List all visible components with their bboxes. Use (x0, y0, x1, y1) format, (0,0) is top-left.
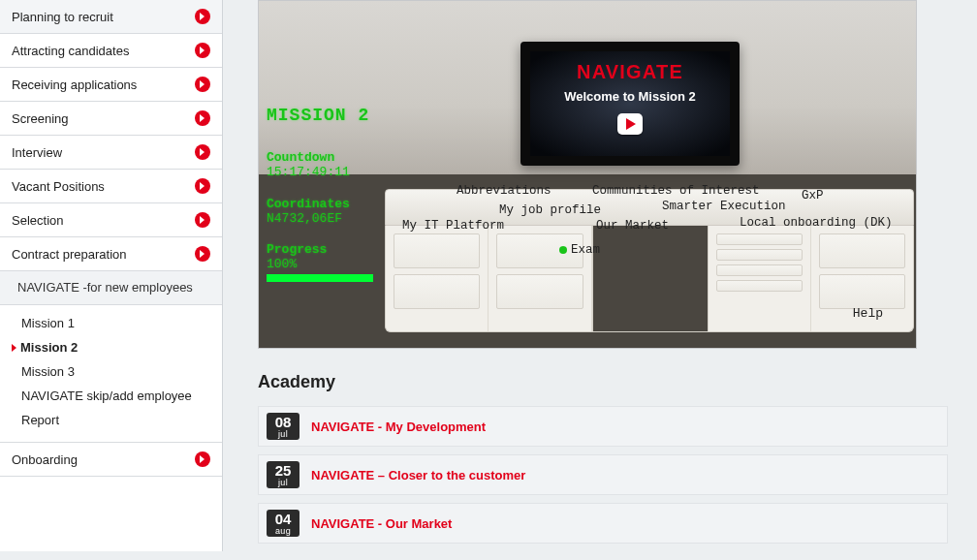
sidebar-sub-mission-3[interactable]: Mission 3 (0, 359, 222, 384)
date-badge: 04 aug (267, 510, 299, 537)
academy-item[interactable]: 08 jul NAVIGATE - My Development (258, 406, 948, 447)
sidebar-sub-navigate-skip-add[interactable]: NAVIGATE skip/add employee (0, 384, 222, 408)
exam-label: Exam (571, 243, 600, 257)
sidebar-sub-label: Mission 3 (21, 364, 75, 379)
sidebar-sub-list: Mission 1 Mission 2 Mission 3 NAVIGATE s… (0, 305, 222, 443)
date-day: 08 (267, 415, 299, 429)
sidebar-item-label: Vacant Positions (12, 179, 105, 194)
sidebar-sub-label: Mission 2 (20, 340, 78, 355)
sidebar-item-interview[interactable]: Interview (0, 136, 222, 170)
sidebar-item-label: Contract preparation (12, 247, 127, 262)
sidebar-item-label: Screening (12, 111, 69, 126)
academy-heading: Academy (258, 372, 948, 392)
countdown-label: Countdown (267, 151, 373, 166)
arrow-right-icon (195, 451, 210, 467)
sidebar-item-vacant-positions[interactable]: Vacant Positions (0, 170, 222, 203)
scene-link-gxp[interactable]: GxP (802, 189, 824, 202)
sidebar-sub-label: NAVIGATE skip/add employee (21, 389, 192, 403)
mission-tv: NAVIGATE Welcome to Mission 2 (520, 42, 740, 166)
sidebar-item-receiving-applications[interactable]: Receiving applications (0, 68, 222, 102)
sidebar-subsection-navigate[interactable]: NAVIGATE -for new employees (0, 271, 222, 305)
arrow-right-icon (195, 77, 210, 92)
arrow-right-icon (195, 110, 210, 126)
sidebar-item-label: Interview (12, 145, 62, 160)
academy-item[interactable]: 25 jul NAVIGATE – Closer to the customer (258, 454, 948, 495)
sidebar-sub-label: Mission 1 (21, 316, 75, 330)
coordinates-label: Coordinates (267, 198, 373, 212)
sidebar-item-planning-to-recruit[interactable]: Planning to recruit (0, 0, 222, 34)
academy-item-title[interactable]: NAVIGATE – Closer to the customer (311, 468, 525, 482)
sidebar-item-selection[interactable]: Selection (0, 203, 222, 237)
mission-hud: MISSION 2 Countdown 15:17:49:11 Coordina… (267, 106, 373, 299)
arrow-right-icon (195, 246, 210, 262)
sidebar-item-label: Onboarding (12, 452, 78, 467)
arrow-right-icon (195, 178, 210, 194)
sidebar-item-label: Planning to recruit (12, 10, 113, 24)
desk-graphic (385, 189, 914, 334)
coordinates-value: N4732,06EF (267, 212, 373, 227)
sidebar-item-contract-preparation[interactable]: Contract preparation (0, 237, 222, 271)
sidebar-sub-mission-2[interactable]: Mission 2 (0, 335, 222, 359)
date-day: 04 (267, 512, 299, 526)
sidebar-item-label: Attracting candidates (12, 44, 129, 58)
scene-link-my-job-profile[interactable]: My job profile (499, 203, 601, 217)
sidebar-sub-label: Report (21, 413, 59, 427)
arrow-right-icon (195, 9, 210, 24)
scene-link-help[interactable]: Help (853, 306, 883, 321)
sidebar-sub-report[interactable]: Report (0, 408, 222, 432)
academy-item-title[interactable]: NAVIGATE - Our Market (311, 516, 452, 531)
sidebar: Planning to recruit Attracting candidate… (0, 0, 223, 551)
sidebar-subsection-label: NAVIGATE -for new employees (17, 280, 193, 295)
date-day: 25 (267, 463, 299, 478)
scene-link-abbreviations[interactable]: Abbreviations (457, 184, 552, 198)
scene-link-our-market[interactable]: Our Market (596, 219, 669, 233)
sidebar-item-attracting-candidates[interactable]: Attracting candidates (0, 34, 222, 68)
progress-value: 100% (267, 258, 373, 272)
sidebar-item-onboarding[interactable]: Onboarding (0, 443, 222, 477)
arrow-right-icon (195, 212, 210, 228)
academy-item-title[interactable]: NAVIGATE - My Development (311, 420, 486, 434)
scene-link-smarter-execution[interactable]: Smarter Execution (662, 200, 786, 213)
sidebar-sub-mission-1[interactable]: Mission 1 (0, 311, 222, 335)
main-content: MISSION 2 Countdown 15:17:49:11 Coordina… (223, 0, 977, 551)
date-month: aug (267, 527, 299, 536)
progress-bar (267, 274, 373, 282)
date-month: jul (267, 479, 299, 487)
mission-scene: MISSION 2 Countdown 15:17:49:11 Coordina… (258, 0, 917, 349)
date-badge: 08 jul (267, 413, 299, 440)
sidebar-item-label: Selection (12, 213, 63, 228)
academy-section: Academy 08 jul NAVIGATE - My Development… (258, 372, 948, 544)
scene-link-my-it-platform[interactable]: My IT Platform (402, 219, 504, 233)
academy-item[interactable]: 04 aug NAVIGATE - Our Market (258, 503, 948, 544)
scene-link-local-onboarding[interactable]: Local onboarding (DK) (740, 216, 893, 230)
arrow-right-icon (195, 144, 210, 160)
tv-welcome: Welcome to Mission 2 (536, 89, 724, 104)
sidebar-item-label: Receiving applications (12, 78, 137, 92)
date-badge: 25 jul (267, 461, 299, 488)
scene-link-exam[interactable]: Exam (559, 243, 600, 257)
play-button[interactable] (617, 113, 643, 135)
countdown-value: 15:17:49:11 (267, 166, 373, 180)
arrow-right-icon (195, 43, 210, 58)
tv-brand: NAVIGATE (536, 61, 724, 83)
scene-link-communities[interactable]: Communities of Interest (592, 184, 760, 198)
sidebar-item-screening[interactable]: Screening (0, 102, 222, 136)
mission-title: MISSION 2 (267, 106, 373, 126)
date-month: jul (267, 430, 299, 439)
